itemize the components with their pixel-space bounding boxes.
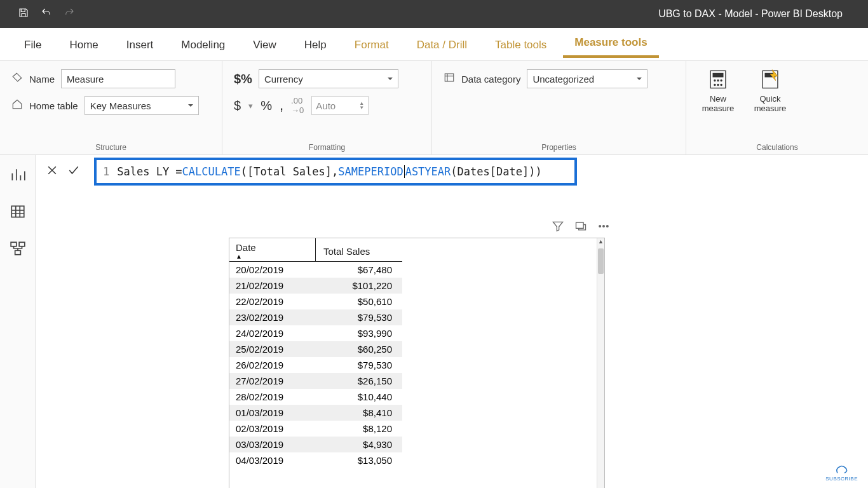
group-label-formatting: Formatting xyxy=(222,143,431,152)
measure-name-input[interactable] xyxy=(61,69,175,88)
home-table-select[interactable]: Key Measures xyxy=(85,96,199,115)
data-category-select[interactable]: Uncategorized xyxy=(527,69,648,88)
table-row[interactable]: 20/02/2019$67,480 xyxy=(229,262,402,278)
currency-dropdown-icon[interactable]: ▾ xyxy=(248,101,253,111)
scrollbar[interactable]: ▲ ▼ xyxy=(597,238,604,488)
svg-point-18 xyxy=(607,226,609,227)
tab-table-tools[interactable]: Table tools xyxy=(484,32,558,58)
table-row[interactable]: 02/03/2019$8,120 xyxy=(229,421,402,437)
group-label-structure: Structure xyxy=(0,143,222,152)
subscribe-badge: SUBSCRIBE xyxy=(825,463,858,482)
tab-format[interactable]: Format xyxy=(343,32,400,58)
svg-point-5 xyxy=(720,79,722,81)
undo-icon[interactable] xyxy=(41,7,52,21)
svg-rect-0 xyxy=(445,74,454,81)
report-view-icon[interactable] xyxy=(10,166,26,186)
thousands-separator-button[interactable]: , xyxy=(280,97,283,114)
percent-button[interactable]: % xyxy=(261,98,272,113)
model-view-icon[interactable] xyxy=(10,240,26,259)
tab-measure-tools[interactable]: Measure tools xyxy=(563,30,658,58)
svg-point-8 xyxy=(720,84,722,86)
table-row[interactable]: 03/03/2019$4,930 xyxy=(229,437,402,452)
formula-commit-icon[interactable] xyxy=(67,164,80,179)
ribbon-tabs: File Home Insert Modeling View Help Form… xyxy=(0,28,868,61)
data-table: Date▲ Total Sales 20/02/2019$67,48021/02… xyxy=(229,238,402,468)
save-icon[interactable] xyxy=(18,7,29,21)
tab-file[interactable]: File xyxy=(13,32,53,58)
visual-toolbar xyxy=(552,220,610,235)
table-row[interactable]: 28/02/2019$10,440 xyxy=(229,389,402,405)
table-row[interactable]: 26/02/2019$79,530 xyxy=(229,357,402,373)
table-row[interactable]: 25/02/2019$60,250 xyxy=(229,341,402,357)
svg-rect-12 xyxy=(11,242,17,247)
column-header-date[interactable]: Date▲ xyxy=(229,238,315,262)
table-row[interactable]: 27/02/2019$26,150 xyxy=(229,373,402,389)
name-label: Name xyxy=(29,74,55,85)
home-table-label: Home table xyxy=(29,100,78,111)
ribbon-group-structure: Name Home table Key Measures Structure xyxy=(0,61,222,154)
svg-rect-2 xyxy=(713,73,724,78)
scroll-thumb[interactable] xyxy=(598,248,604,274)
svg-rect-13 xyxy=(19,242,25,247)
group-label-calculations: Calculations xyxy=(686,143,868,152)
more-options-icon[interactable] xyxy=(597,220,610,235)
focus-mode-icon[interactable] xyxy=(574,220,587,235)
category-icon xyxy=(444,72,455,86)
tab-insert[interactable]: Insert xyxy=(115,32,165,58)
formula-input[interactable]: 1 Sales LY = CALCULATE ( [Total Sales], … xyxy=(94,158,577,186)
svg-point-17 xyxy=(603,226,605,227)
table-visual[interactable]: Date▲ Total Sales 20/02/2019$67,48021/02… xyxy=(229,238,605,488)
format-icon: $% xyxy=(234,72,252,86)
formula-cancel-icon[interactable] xyxy=(46,164,58,179)
redo-icon[interactable] xyxy=(64,7,75,21)
report-canvas[interactable]: Date▲ Total Sales 20/02/2019$67,48021/02… xyxy=(36,188,868,488)
group-label-properties: Properties xyxy=(432,143,686,152)
title-bar: UBG to DAX - Model - Power BI Desktop xyxy=(0,0,868,28)
svg-rect-14 xyxy=(15,250,20,255)
svg-point-3 xyxy=(714,79,715,81)
table-row[interactable]: 22/02/2019$50,610 xyxy=(229,294,402,309)
table-row[interactable]: 04/03/2019$13,050 xyxy=(229,452,402,468)
decimal-places-input[interactable]: Auto ▲▼ xyxy=(311,96,369,115)
svg-rect-11 xyxy=(11,206,24,217)
window-title: UBG to DAX - Model - Power BI Desktop xyxy=(658,8,843,20)
tab-view[interactable]: View xyxy=(241,32,288,58)
home-icon xyxy=(11,98,23,112)
workspace: 1 Sales LY = CALCULATE ( [Total Sales], … xyxy=(0,155,868,488)
filter-icon[interactable] xyxy=(552,220,564,235)
tag-icon xyxy=(11,72,23,86)
main-panel: 1 Sales LY = CALCULATE ( [Total Sales], … xyxy=(36,155,868,488)
tab-help[interactable]: Help xyxy=(293,32,338,58)
format-select[interactable]: Currency xyxy=(259,69,398,88)
currency-symbol-button[interactable]: $ xyxy=(234,98,241,113)
ribbon-group-formatting: $% Currency $ ▾ % , .00→0 Auto ▲▼ Format… xyxy=(222,61,432,154)
formula-bar: 1 Sales LY = CALCULATE ( [Total Sales], … xyxy=(36,155,868,188)
svg-point-6 xyxy=(714,84,715,86)
left-nav xyxy=(0,155,36,488)
scroll-up-icon[interactable]: ▲ xyxy=(597,238,604,247)
data-view-icon[interactable] xyxy=(10,203,26,222)
table-row[interactable]: 23/02/2019$79,530 xyxy=(229,309,402,325)
tab-data-drill[interactable]: Data / Drill xyxy=(405,32,478,58)
table-row[interactable]: 21/02/2019$101,220 xyxy=(229,278,402,294)
data-category-label: Data category xyxy=(461,74,520,85)
tab-home[interactable]: Home xyxy=(58,32,109,58)
svg-rect-15 xyxy=(576,222,584,228)
sort-ascending-icon: ▲ xyxy=(236,253,309,260)
ribbon-group-calculations: New measure Quick measure Calculations xyxy=(686,61,868,154)
ribbon-group-properties: Data category Uncategorized Properties xyxy=(432,61,686,154)
tab-modeling[interactable]: Modeling xyxy=(170,32,236,58)
quick-measure-button[interactable]: Quick measure xyxy=(750,69,790,113)
svg-point-16 xyxy=(599,226,601,227)
column-header-total-sales[interactable]: Total Sales xyxy=(315,238,402,262)
table-row[interactable]: 01/03/2019$8,410 xyxy=(229,405,402,421)
table-row[interactable]: 24/02/2019$93,990 xyxy=(229,325,402,341)
decimal-shift-icon[interactable]: .00→0 xyxy=(291,96,304,115)
svg-point-7 xyxy=(717,84,719,86)
svg-point-4 xyxy=(717,79,719,81)
new-measure-button[interactable]: New measure xyxy=(698,69,738,113)
ribbon: Name Home table Key Measures Structure $… xyxy=(0,61,868,155)
